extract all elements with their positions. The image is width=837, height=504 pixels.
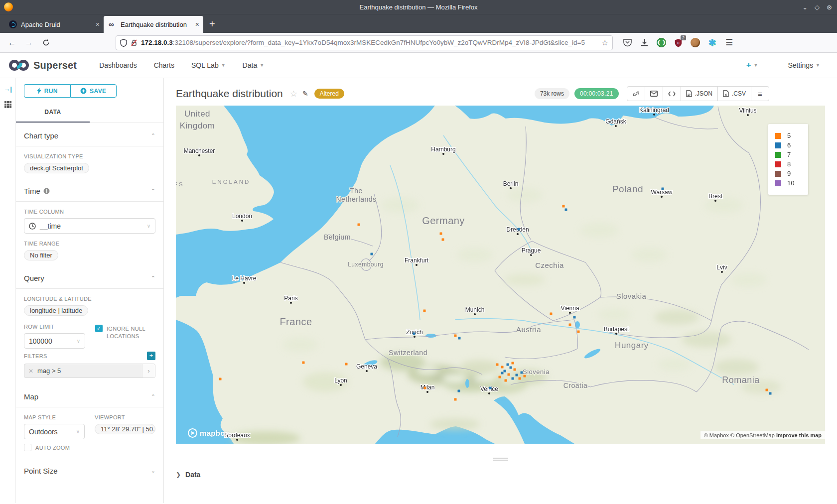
legend-row[interactable]: 9 <box>775 170 808 177</box>
bookmark-star-icon[interactable]: ☆ <box>602 38 608 47</box>
nav-data[interactable]: Data▼ <box>243 61 265 69</box>
earthquake-point[interactable] <box>510 367 512 369</box>
earthquake-point[interactable] <box>442 239 444 241</box>
extension-green-icon[interactable]: ❨❩ <box>657 38 666 47</box>
earthquake-point[interactable] <box>358 224 360 226</box>
earthquake-point[interactable] <box>499 376 501 378</box>
earthquake-point[interactable] <box>519 378 521 380</box>
earthquake-point[interactable] <box>454 398 457 401</box>
earthquake-point[interactable] <box>424 387 426 389</box>
settings-menu[interactable]: Settings▼ <box>788 61 820 69</box>
chevron-right-icon[interactable]: › <box>142 364 155 378</box>
legend-row[interactable]: 10 <box>775 179 808 187</box>
earthquake-point[interactable] <box>524 375 526 378</box>
legend-row[interactable]: 5 <box>775 132 808 139</box>
remove-filter-icon[interactable]: ✕ <box>24 364 37 378</box>
mapbox-attribution-link[interactable]: © Mapbox <box>704 432 729 438</box>
earthquake-point[interactable] <box>504 370 506 373</box>
new-item-button[interactable]: +▼ <box>746 60 758 70</box>
earthquake-point[interactable] <box>458 337 461 340</box>
earthquake-point[interactable] <box>345 363 348 366</box>
legend-row[interactable]: 7 <box>775 151 808 158</box>
datasource-grid-icon[interactable] <box>4 101 12 109</box>
mapbox-logo[interactable]: ➤ mapbox <box>188 428 229 438</box>
nav-charts[interactable]: Charts <box>154 61 174 69</box>
earthquake-point[interactable] <box>501 366 504 369</box>
edit-properties-icon[interactable]: ✎ <box>302 90 308 98</box>
email-button[interactable] <box>645 86 663 101</box>
section-query[interactable]: Query⌃ <box>24 265 155 288</box>
earthquake-point[interactable] <box>550 313 553 315</box>
lonlat-value[interactable]: longitude | latitude <box>24 305 88 316</box>
reload-button[interactable] <box>39 36 53 50</box>
extension-asterisk-icon[interactable]: ✱ <box>707 38 717 47</box>
pocket-icon[interactable] <box>623 38 632 47</box>
earthquake-point[interactable] <box>496 364 499 366</box>
time-range-value[interactable]: No filter <box>24 250 58 260</box>
map-style-select[interactable]: Outdoors ∨ <box>24 424 85 439</box>
window-minimize-icon[interactable]: ⌄ <box>802 3 808 11</box>
downloads-icon[interactable] <box>640 38 649 47</box>
export-csv-button[interactable]: .CSV <box>717 86 751 101</box>
section-chart-type[interactable]: Chart type⌃ <box>24 123 155 146</box>
earthquake-point[interactable] <box>507 364 509 366</box>
tab-close-icon[interactable]: × <box>96 20 100 28</box>
app-menu-icon[interactable]: ☰ <box>724 38 734 47</box>
resize-handle[interactable] <box>493 457 508 462</box>
tab-apache-druid[interactable]: Apache Druid × <box>4 16 104 33</box>
altered-badge[interactable]: Altered <box>314 89 344 99</box>
earthquake-point[interactable] <box>512 378 514 380</box>
earthquake-point[interactable] <box>514 369 516 371</box>
export-json-button[interactable]: .JSON <box>681 86 718 101</box>
earthquake-point[interactable] <box>562 205 565 208</box>
lock-disabled-icon[interactable] <box>131 39 138 47</box>
data-panel-toggle[interactable]: ❯ Data <box>176 471 200 479</box>
osm-attribution-link[interactable]: © OpenStreetMap <box>730 432 775 438</box>
tab-close-icon[interactable]: × <box>195 20 199 28</box>
earthquake-point[interactable] <box>508 374 510 376</box>
earthquake-point[interactable] <box>489 387 492 389</box>
tab-earthquake-distribution[interactable]: ∞ Earthquake distribution × <box>104 16 203 33</box>
earthquake-point[interactable] <box>512 362 514 365</box>
earthquake-point[interactable] <box>454 335 457 337</box>
earthquake-point[interactable] <box>521 372 523 374</box>
earthquake-point[interactable] <box>573 316 576 319</box>
cookie-extension-icon[interactable] <box>691 38 700 47</box>
improve-map-link[interactable]: Improve this map <box>776 432 822 438</box>
window-close-icon[interactable]: ⊗ <box>827 3 832 11</box>
section-map[interactable]: Map⌃ <box>24 384 155 407</box>
filter-chip[interactable]: ✕ mag > 5 › <box>24 364 155 378</box>
viewport-value[interactable]: 11° 28' 29.70" | 50... <box>95 424 155 434</box>
auto-zoom-checkbox[interactable] <box>24 444 31 451</box>
earthquake-point[interactable] <box>577 331 580 333</box>
run-button[interactable]: RUN <box>24 84 70 98</box>
earthquake-point[interactable] <box>440 233 442 235</box>
earthquake-point[interactable] <box>518 228 520 231</box>
earthquake-point[interactable] <box>302 362 305 364</box>
copy-link-button[interactable] <box>627 86 645 101</box>
shield-icon[interactable] <box>120 39 127 47</box>
viz-type-value[interactable]: deck.gl Scatterplot <box>24 163 89 173</box>
save-button[interactable]: SAVE <box>70 84 117 98</box>
earthquake-point[interactable] <box>371 253 373 255</box>
legend-row[interactable]: 6 <box>775 141 808 149</box>
earthquake-point[interactable] <box>569 324 571 326</box>
earthquake-point[interactable] <box>505 379 507 382</box>
earthquake-point[interactable] <box>423 310 426 312</box>
add-filter-button[interactable]: + <box>147 352 155 360</box>
earthquake-point[interactable] <box>501 372 504 375</box>
earthquake-point[interactable] <box>413 333 416 335</box>
earthquake-point[interactable] <box>516 374 518 377</box>
new-tab-button[interactable]: + <box>209 18 215 30</box>
collapse-panel-icon[interactable]: →| <box>3 85 12 93</box>
earthquake-point[interactable] <box>662 188 664 190</box>
embed-code-button[interactable] <box>663 86 681 101</box>
window-maximize-icon[interactable]: ◇ <box>815 3 820 11</box>
nav-dashboards[interactable]: Dashboards <box>99 61 137 69</box>
legend-row[interactable]: 8 <box>775 160 808 168</box>
earthquake-point[interactable] <box>565 209 567 211</box>
ignore-null-checkbox[interactable]: ✓ <box>95 325 103 332</box>
nav-sqllab[interactable]: SQL Lab▼ <box>191 61 226 69</box>
earthquake-point[interactable] <box>219 378 222 380</box>
earthquake-point[interactable] <box>769 392 772 395</box>
